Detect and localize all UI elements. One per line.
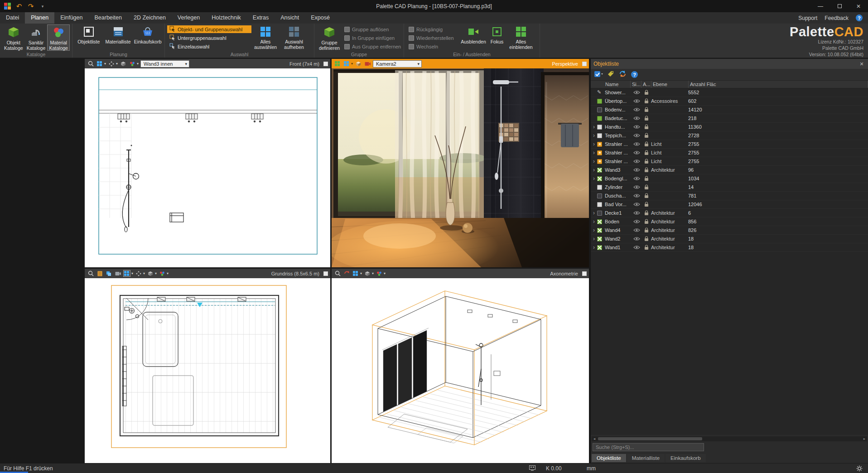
untergruppenauswahl-button[interactable]: Untergruppenauswahl (167, 34, 251, 42)
wiederherstellen-button[interactable]: Wiederherstellen (406, 34, 460, 42)
feedback-link[interactable]: Feedback (825, 15, 849, 21)
menu-tab-3[interactable]: Bearbeiten (88, 12, 127, 24)
maximize-viewport-icon[interactable] (582, 62, 587, 66)
lock-icon[interactable] (642, 133, 651, 138)
chevron-down-icon[interactable]: ▾ (143, 271, 145, 275)
undo-icon[interactable]: ↶ (15, 3, 23, 10)
pan-icon[interactable] (135, 270, 142, 277)
visibility-eye-icon[interactable] (631, 245, 642, 250)
lock-icon[interactable] (642, 90, 651, 95)
materialliste-button[interactable]: Materialliste (103, 24, 134, 51)
column-anzahl[interactable]: Anzahl Fläc (689, 81, 868, 88)
fokus-button[interactable]: Fokus (487, 24, 507, 51)
panel-help-icon[interactable]: ? (631, 71, 638, 78)
expand-caret-icon[interactable]: › (591, 175, 597, 182)
visibility-eye-icon[interactable] (631, 228, 642, 232)
lock-icon[interactable] (642, 202, 651, 207)
menu-tab-5[interactable]: Verlegen (172, 12, 206, 24)
objectlist-row[interactable]: ›Strahler ...Licht2755 (591, 149, 868, 157)
expand-caret-icon[interactable]: › (591, 150, 597, 156)
lock-icon[interactable] (642, 150, 651, 155)
lock-icon[interactable] (642, 116, 651, 121)
visibility-eye-icon[interactable] (631, 211, 642, 215)
visibility-eye-icon[interactable] (631, 176, 642, 181)
column-name[interactable]: Name (591, 81, 631, 88)
objectlist-row[interactable]: ›Strahler ...Licht2755 (591, 157, 868, 166)
view-mode-icon[interactable] (123, 270, 130, 277)
axonometrie-canvas[interactable] (332, 278, 589, 463)
objectlist-row[interactable]: ›Wand4Architektur826 (591, 226, 868, 235)
objekt-gruppenauswahl-button[interactable]: Objekt- und Gruppenauswahl (167, 25, 251, 33)
objectlist-row[interactable]: ›BodenArchitektur856 (591, 217, 868, 226)
sanitaer-kataloge-button[interactable]: Sanitär Kataloge (25, 24, 48, 51)
grundriss-canvas[interactable] (85, 278, 330, 463)
visibility-eye-icon[interactable] (631, 142, 642, 146)
menu-tab-0[interactable]: Datei (0, 12, 25, 24)
render-style-icon[interactable] (129, 60, 136, 67)
tab-materialliste[interactable]: Materialliste (627, 454, 665, 462)
lock-icon[interactable] (642, 193, 651, 198)
layers-icon[interactable] (105, 270, 112, 277)
horizontal-scrollbar[interactable]: ◄ ► (592, 436, 867, 441)
view-mode-icon[interactable] (96, 60, 103, 67)
scroll-right-icon[interactable]: ► (862, 437, 867, 440)
redo-icon[interactable]: ↷ (27, 3, 34, 10)
auswahl-aufheben-button[interactable]: Auswahl aufheben (280, 24, 309, 51)
objectlist-row[interactable]: ›Wand3Architektur96 (591, 166, 868, 174)
view-mode-icon[interactable] (343, 60, 350, 67)
tag-icon[interactable] (607, 70, 614, 79)
tab-objektliste[interactable]: Objektliste (592, 454, 626, 462)
lock-icon[interactable] (642, 210, 651, 216)
zoom-icon[interactable] (87, 270, 94, 277)
ausblenden-button[interactable]: Ausblenden (460, 24, 487, 51)
objectlist-row[interactable]: Badetuc...218 (591, 114, 868, 123)
objectlist-row[interactable]: ›Wand2Architektur18 (591, 235, 868, 243)
expand-caret-icon[interactable]: › (591, 244, 597, 251)
search-input[interactable] (593, 443, 704, 451)
render-style-icon[interactable] (376, 270, 383, 277)
chevron-down-icon[interactable]: ▾ (360, 271, 362, 275)
support-link[interactable]: Support (798, 15, 817, 21)
scrollbar-thumb[interactable] (598, 437, 702, 440)
expand-caret-icon[interactable]: › (591, 158, 597, 164)
column-ebene[interactable]: Ebene (651, 81, 689, 88)
objectlist-row[interactable]: ›Teppich...2728 (591, 131, 868, 140)
close-panel-icon[interactable]: ✕ (858, 61, 865, 67)
expand-caret-icon[interactable]: › (591, 227, 597, 233)
multi-select-icon[interactable] (594, 70, 603, 79)
visibility-eye-icon[interactable] (631, 125, 642, 129)
render-style-icon[interactable] (159, 270, 166, 277)
pan-icon[interactable] (108, 60, 115, 67)
tab-einkaufskorb[interactable]: Einkaufskorb (665, 454, 705, 462)
visibility-eye-icon[interactable] (631, 193, 642, 198)
wall-select-dropdown[interactable]: Wand3 innen ▾ (140, 60, 189, 68)
chevron-down-icon[interactable]: ▾ (104, 62, 106, 66)
visibility-eye-icon[interactable] (631, 107, 642, 112)
lock-icon[interactable] (642, 227, 651, 233)
rotate-view-icon[interactable] (343, 270, 350, 277)
close-button[interactable]: ✕ (849, 0, 868, 12)
quickbar-chevron-down-icon[interactable]: ▾ (39, 3, 46, 10)
menu-tab-4[interactable]: 2D Zeichnen (128, 12, 172, 24)
chevron-down-icon[interactable]: ▾ (384, 271, 386, 275)
lock-icon[interactable] (642, 176, 651, 181)
gruppe-aufloesen-button[interactable]: Gruppe auflösen (342, 25, 399, 33)
menu-tab-8[interactable]: Ansicht (275, 12, 305, 24)
objectlist-row[interactable]: Zylinder14 (591, 183, 868, 192)
expand-caret-icon[interactable]: › (591, 210, 597, 216)
menu-tab-9[interactable]: Exposé (305, 12, 336, 24)
refresh-icon[interactable] (618, 70, 627, 79)
visibility-eye-icon[interactable] (631, 150, 642, 155)
einkaufskorb-button[interactable]: Einkaufskorb (133, 24, 162, 51)
display-grid-icon[interactable] (529, 465, 535, 472)
scroll-left-icon[interactable]: ◄ (592, 437, 597, 440)
lock-icon[interactable] (642, 236, 651, 241)
expand-caret-icon[interactable]: › (591, 141, 597, 147)
visibility-eye-icon[interactable] (631, 133, 642, 138)
chevron-down-icon[interactable]: ▾ (167, 271, 169, 275)
maximize-viewport-icon[interactable] (323, 271, 328, 276)
view-mode-icon[interactable] (352, 270, 359, 277)
chevron-down-icon[interactable]: ▾ (372, 271, 374, 275)
visibility-eye-icon[interactable] (631, 202, 642, 207)
settings-gear-icon[interactable] (856, 465, 863, 473)
